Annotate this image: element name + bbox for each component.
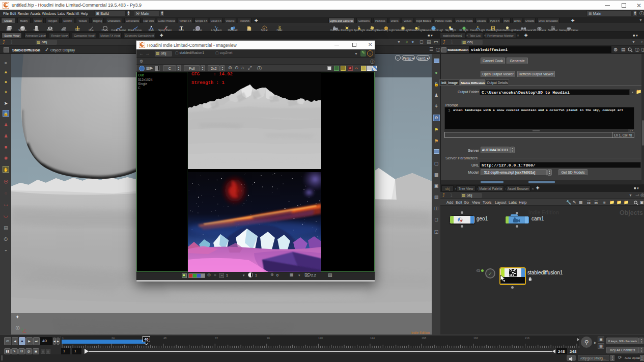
- svg-text:48: 48: [163, 337, 166, 340]
- svg-text:24: 24: [111, 337, 115, 340]
- svg-text:✦: ✦: [15, 314, 19, 320]
- svg-text:168: 168: [422, 337, 426, 340]
- svg-text:72: 72: [215, 337, 218, 340]
- svg-text:96: 96: [267, 337, 270, 340]
- svg-text:192: 192: [473, 337, 478, 340]
- svg-text:120: 120: [318, 337, 323, 340]
- svg-text:1: 1: [62, 337, 64, 340]
- svg-text:☉: ☉: [15, 325, 20, 331]
- svg-text:144: 144: [370, 337, 375, 340]
- svg-text:216: 216: [525, 337, 529, 340]
